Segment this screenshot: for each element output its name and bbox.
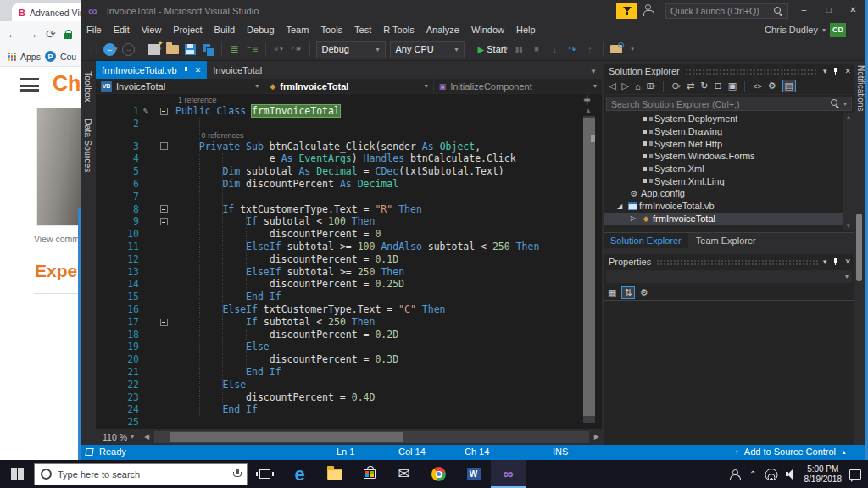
tree-item-system-drawing[interactable]: System.Drawing [604,125,854,138]
taskbar-mail-button[interactable]: ✉ [387,460,421,488]
step-out-icon[interactable]: ↑ [583,42,597,57]
switch-views-icon[interactable]: ⊞▾ [647,80,656,92]
project-dropdown[interactable]: VB InvoiceTotal ▾ [96,79,264,93]
code-line-20[interactable]: 20 discountPercent = 0.3D [96,353,581,366]
collapse-all-icon[interactable]: ⊟ [715,80,722,92]
code-line-1[interactable]: 1Public Class frmInvoiceTotal [96,105,581,118]
solution-explorer-header[interactable]: Solution Explorer ▾ ✕ [604,64,854,78]
find-in-files-icon[interactable] [610,45,622,53]
solution-platform-dropdown[interactable]: Any CPU▾ [390,41,465,58]
menu-item-team[interactable]: Team [281,21,315,38]
menu-item-build[interactable]: Build [209,21,241,38]
tree-item-system-xml-linq[interactable]: System.Xml.Linq [604,175,854,187]
redo-icon[interactable]: ↷▾ [290,42,303,57]
type-dropdown[interactable]: ◆ frmInvoiceTotal ▾ [264,79,433,93]
tree-item-system-deployment[interactable]: System.Deployment [604,113,854,125]
code-line-3[interactable]: 3 Private Sub btnCalculate_Click(sender … [96,141,581,153]
toolbar-grip[interactable]: ⋮⋮ [86,42,99,57]
speaker-icon[interactable] [786,469,797,480]
code-line-18[interactable]: 18 discountPercent = 0.2D [96,329,581,341]
editor-zoom-dropdown[interactable]: 110 %▾ [99,430,142,444]
show-hidden-icons-chevron[interactable]: ⌃ [749,469,756,479]
browser-tab[interactable]: B Advanced Vis [12,3,81,21]
code-line-21[interactable]: 21 End If [96,366,581,379]
code-line-7[interactable]: 7 [96,191,581,203]
code-line-19[interactable]: 19 Else [96,341,581,353]
pin-icon[interactable] [832,67,839,75]
tab-list-chevron-icon[interactable]: ▼ [590,68,597,75]
menu-item-r-tools[interactable]: R Tools [377,21,420,38]
microphone-icon[interactable] [233,469,241,480]
code-line-10[interactable]: 10 discountPercent = 0 [96,228,581,241]
apps-grid-icon[interactable] [8,53,16,61]
code-line-13[interactable]: 13 ElseIf subtotal >= 250 Then [96,266,581,279]
step-over-icon[interactable]: ↷ [565,42,579,57]
properties-header[interactable]: Properties ▾ ✕ [604,254,854,269]
editor-vertical-scrollbar[interactable]: ╪ ▲ [581,94,602,429]
comment-lines-icon[interactable]: ≣ [228,42,242,57]
code-line-6[interactable]: 6 Dim discountPercent As Decimal [96,178,581,191]
save-all-icon[interactable] [203,44,214,55]
close-tab-icon[interactable]: ✕ [195,66,202,75]
code-line-11[interactable]: 11 ElseIf subtotal >= 100 AndAlso subtot… [96,241,581,253]
tree-scrollbar[interactable]: ▲▼ [843,113,854,230]
refresh-icon[interactable]: ↻ [700,80,708,92]
start-button[interactable] [0,460,34,488]
menu-item-tools[interactable]: Tools [314,21,348,38]
bookmark-p-icon[interactable]: P [45,51,56,62]
taskbar-search-input[interactable]: Type here to search [34,463,248,485]
feedback-icon[interactable] [643,4,655,16]
code-line-8[interactable]: 8 If txtCustomerType.Text = "R" Then [96,203,581,216]
fold-collapse-icon[interactable] [160,319,168,326]
code-line-2[interactable]: 2 [96,118,581,130]
uncomment-lines-icon[interactable]: ⁼≡ [246,42,259,57]
scroll-right-icon[interactable]: ▶ [592,433,602,441]
browser-back-icon[interactable]: ← [7,27,19,41]
browser-forward-icon[interactable]: → [26,27,38,41]
tool-tab-solution-explorer[interactable]: Solution Explorer [604,233,688,248]
browser-window[interactable]: B Advanced Vis ← → ⟳ Apps P Cou Ch View … [0,0,81,460]
side-tab-data-sources[interactable]: Data Sources [83,112,93,180]
fold-collapse-icon[interactable] [160,218,168,225]
code-line-22[interactable]: 22 Else [96,379,581,391]
code-line-9[interactable]: 9 If subtotal < 100 Then [96,215,581,228]
scrollbar-thumb[interactable] [583,118,595,416]
navigate-forward-icon[interactable]: → [122,43,135,56]
scroll-left-icon[interactable]: ◀ [142,433,152,441]
avatar[interactable]: CD [830,23,846,37]
close-icon[interactable]: ✕ [844,67,851,75]
toolbar-overflow-icon[interactable]: ▾ [626,42,639,57]
start-debugging-button[interactable]: ▶ Start▾ [478,42,509,57]
open-file-icon[interactable] [166,45,179,54]
categorized-icon[interactable]: ▦ [608,287,616,298]
menu-item-debug[interactable]: Debug [241,21,280,38]
window-position-icon[interactable]: ▾ [823,67,827,75]
tree-item-system-xml[interactable]: System.Xml [604,163,854,175]
save-icon[interactable] [185,44,196,55]
menu-item-help[interactable]: Help [510,21,542,38]
browser-refresh-icon[interactable]: ⟳ [46,27,56,41]
code-line-14[interactable]: 14 discountPercent = 0.25D [96,278,581,291]
view-comments-link[interactable]: View comm [34,234,80,244]
taskbar-visual-studio-button[interactable]: ∞ [491,460,526,488]
fold-collapse-icon[interactable] [160,108,168,115]
code-line-15[interactable]: 15 End If [96,291,581,303]
view-code-icon[interactable]: <> [753,82,762,91]
user-name[interactable]: Chris Dudley [765,25,818,35]
collapse-arrow-icon[interactable]: ◢ [614,202,626,210]
wifi-icon[interactable] [765,469,778,480]
stop-icon[interactable]: ■ [530,42,543,57]
menu-item-file[interactable]: File [81,21,108,38]
code-editor[interactable]: 1 reference1Public Class frmInvoiceTotal… [96,94,581,429]
undo-icon[interactable]: ↶▾ [272,42,286,57]
code-line-24[interactable]: 24 End If [96,403,581,416]
pending-changes-filter-icon[interactable]: ⊙▾ [671,80,681,92]
code-line-4[interactable]: 4 e As EventArgs) Handles btnCalculate.C… [96,152,581,165]
taskbar-chrome-button[interactable] [421,460,456,488]
split-editor-handle[interactable]: ╪ [584,95,590,104]
maximize-button[interactable]: □ [816,0,841,19]
editor-horizontal-scrollbar[interactable] [154,431,589,443]
tree-item-app-config[interactable]: ⚙App.config [604,187,854,200]
document-tab[interactable]: frmInvoiceTotal.vb✕ [96,61,207,79]
menu-item-window[interactable]: Window [465,21,510,38]
